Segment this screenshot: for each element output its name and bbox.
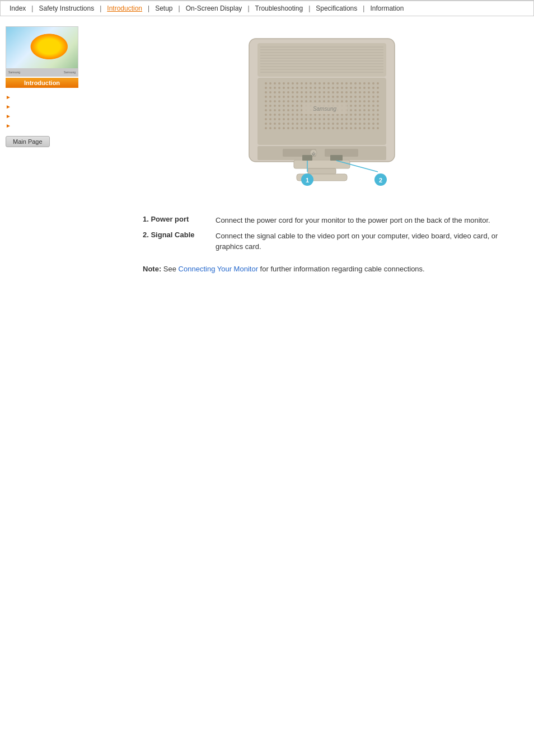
svg-point-32 — [350, 82, 352, 84]
nav-item-index[interactable]: Index — [5, 3, 30, 13]
svg-point-242 — [359, 118, 361, 120]
svg-point-173 — [283, 109, 285, 111]
svg-point-45 — [292, 87, 294, 89]
svg-point-48 — [305, 87, 307, 89]
svg-point-215 — [354, 114, 357, 116]
svg-point-127 — [310, 100, 312, 102]
svg-point-18 — [287, 82, 289, 84]
svg-point-115 — [372, 96, 374, 98]
svg-point-121 — [283, 100, 285, 102]
svg-point-98 — [296, 96, 298, 98]
main-content: Samsung ⏻ — [109, 22, 534, 286]
svg-point-79 — [327, 91, 330, 93]
svg-point-162 — [350, 105, 352, 107]
svg-point-281 — [301, 127, 303, 129]
svg-point-60 — [359, 87, 361, 89]
sidebar-thumbnail: Samsung Samsung — [6, 26, 78, 77]
svg-point-94 — [278, 96, 280, 98]
svg-point-23 — [310, 82, 312, 84]
svg-point-142 — [377, 100, 379, 102]
svg-point-172 — [278, 109, 280, 111]
svg-point-15 — [274, 82, 276, 84]
nav-item-information[interactable]: Information — [366, 3, 408, 13]
svg-point-166 — [368, 105, 370, 107]
svg-point-267 — [354, 123, 357, 125]
svg-point-272 — [377, 123, 379, 125]
svg-point-146 — [278, 105, 280, 107]
thumbnail-bar: Samsung Samsung — [6, 68, 78, 76]
svg-point-193 — [372, 109, 374, 111]
nav-sep-1: | — [30, 4, 34, 12]
svg-point-174 — [287, 109, 289, 111]
svg-point-135 — [345, 100, 348, 102]
svg-point-243 — [363, 118, 366, 120]
svg-point-285 — [318, 127, 321, 129]
sidebar-arrow-item-1[interactable]: ► — [6, 92, 104, 102]
monitor-svg: Samsung ⏻ — [216, 27, 428, 201]
svg-point-269 — [363, 123, 366, 125]
svg-point-95 — [283, 96, 285, 98]
nav-item-safety[interactable]: Safety Instructions — [34, 3, 99, 13]
nav-item-specifications[interactable]: Specifications — [311, 3, 362, 13]
svg-point-294 — [359, 127, 361, 129]
svg-point-90 — [377, 91, 379, 93]
svg-point-61 — [363, 87, 366, 89]
svg-point-59 — [354, 87, 357, 89]
svg-point-24 — [314, 82, 316, 84]
svg-point-106 — [332, 96, 334, 98]
descriptions-table: 1. Power port Connect the power cord for… — [143, 215, 523, 252]
svg-point-31 — [345, 82, 348, 84]
svg-point-252 — [287, 123, 289, 125]
svg-point-221 — [265, 118, 267, 120]
svg-point-58 — [350, 87, 352, 89]
svg-point-257 — [310, 123, 312, 125]
desc-text-2: Connect the signal cable to the video po… — [216, 231, 507, 252]
svg-point-129 — [318, 100, 321, 102]
sidebar-arrow-item-3[interactable]: ► — [6, 111, 104, 121]
svg-point-214 — [350, 114, 352, 116]
main-page-button[interactable]: Main Page — [6, 136, 50, 147]
svg-point-118 — [269, 100, 271, 102]
svg-point-241 — [354, 118, 357, 120]
svg-point-203 — [301, 114, 303, 116]
svg-point-168 — [377, 105, 379, 107]
svg-point-239 — [345, 118, 348, 120]
navigation-bar: Index | Safety Instructions | Introducti… — [0, 0, 534, 16]
svg-point-296 — [368, 127, 370, 129]
svg-point-103 — [318, 96, 321, 98]
svg-point-46 — [296, 87, 298, 89]
svg-point-289 — [336, 127, 339, 129]
nav-item-troubleshooting[interactable]: Troubleshooting — [251, 3, 308, 13]
svg-point-57 — [345, 87, 348, 89]
nav-item-osd[interactable]: On-Screen Display — [181, 3, 247, 13]
svg-point-101 — [310, 96, 312, 98]
svg-point-116 — [377, 96, 379, 98]
svg-point-246 — [377, 118, 379, 120]
svg-point-171 — [274, 109, 276, 111]
svg-point-96 — [287, 96, 289, 98]
nav-item-setup[interactable]: Setup — [151, 3, 177, 13]
connecting-monitor-link[interactable]: Connecting Your Monitor — [179, 265, 258, 273]
svg-point-170 — [269, 109, 271, 111]
svg-point-192 — [368, 109, 370, 111]
svg-point-65 — [265, 91, 267, 93]
svg-point-17 — [283, 82, 285, 84]
sidebar-arrow-item-2[interactable]: ► — [6, 102, 104, 111]
svg-point-231 — [310, 118, 312, 120]
svg-point-197 — [274, 114, 276, 116]
svg-point-139 — [363, 100, 366, 102]
svg-point-41 — [274, 87, 276, 89]
sidebar-arrow-item-4[interactable]: ► — [6, 121, 104, 130]
nav-sep-5: | — [246, 4, 250, 12]
svg-point-280 — [296, 127, 298, 129]
svg-point-91 — [265, 96, 267, 98]
svg-point-261 — [327, 123, 330, 125]
svg-point-279 — [292, 127, 294, 129]
nav-item-introduction[interactable]: Introduction — [102, 3, 147, 13]
svg-point-167 — [372, 105, 374, 107]
note-text-after: for further information regarding cable … — [260, 265, 425, 273]
svg-point-292 — [350, 127, 352, 129]
svg-point-120 — [278, 100, 280, 102]
svg-point-40 — [269, 87, 271, 89]
svg-point-199 — [283, 114, 285, 116]
